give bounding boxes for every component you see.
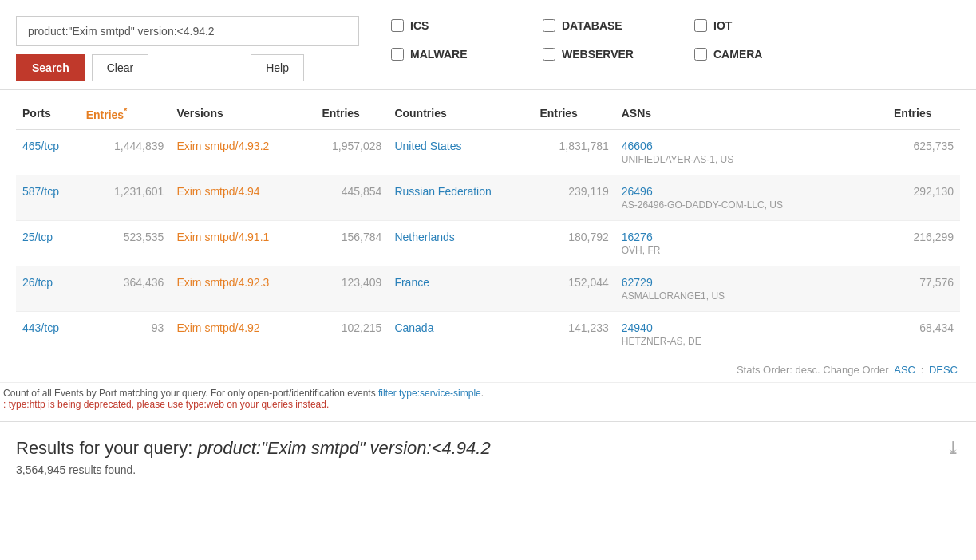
th-entries-asns: Entries (887, 98, 960, 129)
stats-table: Ports Entries* Versions Entries Countrie… (16, 98, 960, 357)
cell-version[interactable]: Exim smtpd/4.92 (170, 311, 315, 357)
note-deprecated: : type:http is being deprecated, please … (3, 399, 329, 410)
cell-country[interactable]: United States (388, 129, 533, 175)
cell-asn-entries: 68,434 (887, 311, 960, 357)
cell-port-entries: 1,444,839 (80, 129, 171, 175)
table-header-row: Ports Entries* Versions Entries Countrie… (16, 98, 960, 129)
cell-version[interactable]: Exim smtpd/4.91.1 (170, 220, 315, 266)
filter-iot[interactable]: IOT (694, 19, 814, 32)
table-row: 25/tcp 523,535 Exim smtpd/4.91.1 156,784… (16, 220, 960, 266)
cell-asn[interactable]: 62729 ASMALLORANGE1, US (615, 266, 887, 311)
cell-version-entries: 123,409 (315, 266, 388, 311)
th-entries-countries: Entries (533, 98, 614, 129)
cell-port-entries: 523,535 (80, 220, 171, 266)
cell-port[interactable]: 443/tcp (16, 311, 80, 357)
filter-database-label: DATABASE (562, 19, 622, 32)
th-ports: Ports (16, 98, 80, 129)
cell-port-entries: 1,231,601 (80, 175, 171, 220)
help-button[interactable]: Help (251, 54, 304, 81)
cell-version-entries: 102,215 (315, 311, 388, 357)
clear-button[interactable]: Clear (92, 54, 148, 81)
cell-country-entries: 152,044 (533, 266, 614, 311)
th-entries-versions: Entries (315, 98, 388, 129)
asterisk: * (124, 106, 127, 116)
cell-country[interactable]: Russian Federation (388, 175, 533, 220)
cell-port[interactable]: 26/tcp (16, 266, 80, 311)
filter-camera-checkbox[interactable] (694, 48, 707, 61)
cell-asn-entries: 292,130 (887, 175, 960, 220)
cell-country-entries: 180,792 (533, 220, 614, 266)
asn-name: OVH, FR (622, 245, 661, 256)
download-icon[interactable]: ⤓ (946, 438, 960, 459)
th-entries-ports: Entries* (80, 98, 171, 129)
filter-iot-checkbox[interactable] (694, 19, 707, 32)
cell-asn-entries: 625,735 (887, 129, 960, 175)
cell-country[interactable]: Netherlands (388, 220, 533, 266)
filter-camera-label: CAMERA (713, 48, 762, 61)
filter-ics-checkbox[interactable] (391, 19, 404, 32)
search-button[interactable]: Search (16, 54, 85, 81)
filter-webserver-checkbox[interactable] (543, 48, 555, 61)
results-section: Results for your query: product:"Exim sm… (0, 421, 976, 484)
filter-database[interactable]: DATABASE (543, 19, 662, 32)
th-countries: Countries (388, 98, 533, 129)
cell-country-entries: 239,119 (533, 175, 614, 220)
order-desc-link[interactable]: DESC (929, 364, 958, 376)
cell-port[interactable]: 465/tcp (16, 129, 80, 175)
note-line1-post: . (481, 388, 484, 399)
search-input[interactable] (16, 16, 359, 46)
filter-iot-label: IOT (713, 19, 732, 32)
cell-country[interactable]: France (388, 266, 533, 311)
table-row: 443/tcp 93 Exim smtpd/4.92 102,215 Canad… (16, 311, 960, 357)
cell-version-entries: 1,957,028 (315, 129, 388, 175)
cell-version[interactable]: Exim smtpd/4.93.2 (170, 129, 315, 175)
filter-webserver[interactable]: WEBSERVER (543, 48, 662, 61)
cell-asn-entries: 216,299 (887, 220, 960, 266)
filter-checkboxes: ICS DATABASE IOT MALWARE WEBSERVER (391, 16, 960, 69)
filter-database-checkbox[interactable] (543, 19, 555, 32)
cell-port[interactable]: 587/tcp (16, 175, 80, 220)
filter-malware[interactable]: MALWARE (391, 48, 511, 61)
results-title: Results for your query: product:"Exim sm… (16, 438, 491, 459)
cell-port-entries: 364,436 (80, 266, 171, 311)
filter-malware-checkbox[interactable] (391, 48, 404, 61)
note-line1-pre: Count of all Events by Port matching you… (3, 388, 378, 399)
filter-link[interactable]: filter type:service-simple (378, 388, 481, 399)
cell-asn[interactable]: 26496 AS-26496-GO-DADDY-COM-LLC, US (615, 175, 887, 220)
table-row: 587/tcp 1,231,601 Exim smtpd/4.94 445,85… (16, 175, 960, 220)
cell-version[interactable]: Exim smtpd/4.94 (170, 175, 315, 220)
cell-port[interactable]: 25/tcp (16, 220, 80, 266)
asn-name: ASMALLORANGE1, US (622, 290, 725, 302)
cell-version[interactable]: Exim smtpd/4.92.3 (170, 266, 315, 311)
search-buttons: Search Clear Help (16, 54, 359, 81)
th-asns: ASNs (615, 98, 887, 129)
cell-asn[interactable]: 24940 HETZNER-AS, DE (615, 311, 887, 357)
stats-section: Ports Entries* Versions Entries Countrie… (0, 90, 976, 357)
cell-port-entries: 93 (80, 311, 171, 357)
cell-version-entries: 445,854 (315, 175, 388, 220)
table-row: 26/tcp 364,436 Exim smtpd/4.92.3 123,409… (16, 266, 960, 311)
cell-country[interactable]: Canada (388, 311, 533, 357)
asn-name: HETZNER-AS, DE (622, 336, 701, 347)
th-versions: Versions (170, 98, 315, 129)
cell-version-entries: 156,784 (315, 220, 388, 266)
table-row: 465/tcp 1,444,839 Exim smtpd/4.93.2 1,95… (16, 129, 960, 175)
note-section: Count of all Events by Port matching you… (0, 382, 976, 413)
filter-webserver-label: WEBSERVER (562, 48, 634, 61)
filter-row-2: MALWARE WEBSERVER CAMERA (391, 48, 814, 61)
filter-malware-label: MALWARE (410, 48, 468, 61)
table-body: 465/tcp 1,444,839 Exim smtpd/4.93.2 1,95… (16, 129, 960, 357)
order-asc-link[interactable]: ASC (894, 364, 915, 376)
cell-country-entries: 1,831,781 (533, 129, 614, 175)
asn-name: UNIFIEDLAYER-AS-1, US (622, 154, 733, 165)
asn-name: AS-26496-GO-DADDY-COM-LLC, US (622, 199, 783, 211)
results-count: 3,564,945 results found. (16, 463, 960, 476)
cell-asn[interactable]: 46606 UNIFIEDLAYER-AS-1, US (615, 129, 887, 175)
cell-asn-entries: 77,576 (887, 266, 960, 311)
search-area: Search Clear Help (16, 16, 359, 81)
cell-country-entries: 141,233 (533, 311, 614, 357)
filter-ics[interactable]: ICS (391, 19, 511, 32)
stats-order: Stats Order: desc. Change Order ASC : DE… (0, 357, 976, 382)
cell-asn[interactable]: 16276 OVH, FR (615, 220, 887, 266)
filter-camera[interactable]: CAMERA (694, 48, 814, 61)
